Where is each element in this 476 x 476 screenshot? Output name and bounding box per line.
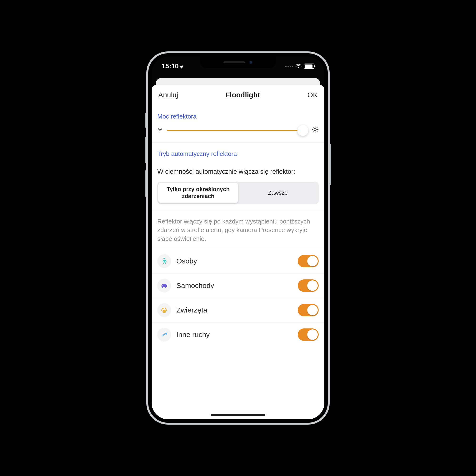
navbar: Anuluj Floodlight OK [152, 85, 324, 105]
settings-card: Anuluj Floodlight OK Moc reflektora [152, 85, 324, 419]
automode-intro: W ciemności automatycznie włącza się ref… [152, 162, 324, 182]
svg-line-17 [317, 127, 317, 128]
trigger-row-cars: Samochody [152, 273, 324, 298]
ok-button[interactable]: OK [307, 91, 318, 99]
power-slider-row [152, 124, 324, 142]
home-indicator[interactable] [211, 414, 265, 416]
trigger-row-animals: Zwierzęta [152, 298, 324, 323]
svg-point-18 [164, 258, 165, 259]
screen: 15:10 Anuluj Floodlight [152, 57, 324, 419]
svg-point-9 [314, 128, 316, 131]
svg-point-25 [164, 334, 165, 335]
svg-line-8 [161, 128, 161, 129]
svg-point-26 [165, 333, 167, 335]
svg-point-0 [159, 129, 161, 130]
status-time: 15:10 [162, 62, 179, 70]
modal-stack: Anuluj Floodlight OK Moc reflektora [152, 78, 324, 419]
trigger-toggle-people[interactable] [298, 255, 319, 267]
speaker [223, 61, 245, 63]
person-icon [157, 254, 171, 268]
svg-point-23 [162, 336, 163, 337]
svg-line-15 [317, 131, 317, 132]
trigger-label: Osoby [176, 257, 292, 265]
brightness-high-icon [311, 126, 319, 135]
svg-point-24 [163, 334, 164, 336]
svg-line-6 [161, 131, 161, 131]
brightness-low-icon [157, 127, 163, 134]
battery-icon [304, 64, 314, 69]
segment-events[interactable]: Tylko przy określonych zdarzeniach [158, 183, 238, 203]
location-icon [179, 64, 184, 69]
section-power-label: Moc reflektora [152, 105, 324, 124]
svg-point-19 [162, 308, 164, 309]
automode-description: Reflektor włączy się po każdym wystąpien… [152, 211, 324, 249]
svg-point-20 [165, 308, 166, 309]
svg-line-14 [313, 127, 314, 128]
motion-icon [157, 328, 171, 341]
svg-line-7 [158, 131, 159, 131]
trigger-toggle-animals[interactable] [298, 304, 319, 316]
slider-thumb[interactable] [298, 125, 308, 136]
cancel-button[interactable]: Anuluj [158, 91, 178, 99]
svg-point-22 [166, 309, 167, 311]
trigger-row-other: Inne ruchy [152, 323, 324, 347]
paw-icon [157, 303, 171, 317]
automode-segmented-control[interactable]: Tylko przy określonych zdarzeniach Zawsz… [157, 182, 319, 204]
trigger-label: Samochody [176, 282, 292, 290]
content: Moc reflektora [152, 105, 324, 419]
svg-line-16 [313, 131, 314, 132]
navbar-title: Floodlight [226, 91, 260, 99]
trigger-list: Osoby Samochody [152, 249, 324, 347]
segment-always[interactable]: Zawsze [238, 183, 318, 203]
power-button [330, 144, 331, 185]
side-button [145, 113, 146, 128]
trigger-label: Zwierzęta [176, 306, 292, 314]
trigger-label: Inne ruchy [176, 331, 292, 339]
svg-point-21 [161, 309, 163, 311]
svg-line-5 [158, 128, 159, 129]
trigger-toggle-cars[interactable] [298, 279, 319, 292]
front-camera [249, 61, 253, 64]
cellular-dots-icon [285, 66, 293, 67]
volume-up-button [145, 137, 146, 163]
notch [200, 57, 276, 68]
power-slider[interactable] [167, 130, 307, 131]
trigger-row-people: Osoby [152, 249, 324, 273]
device-frame: 15:10 Anuluj Floodlight [146, 51, 330, 425]
wifi-icon [295, 64, 302, 68]
car-icon [157, 279, 171, 292]
device-bezel: 15:10 Anuluj Floodlight [148, 53, 328, 423]
trigger-toggle-other[interactable] [298, 328, 319, 341]
volume-down-button [145, 170, 146, 197]
section-automode-label: Tryb automatyczny reflektora [152, 142, 324, 162]
